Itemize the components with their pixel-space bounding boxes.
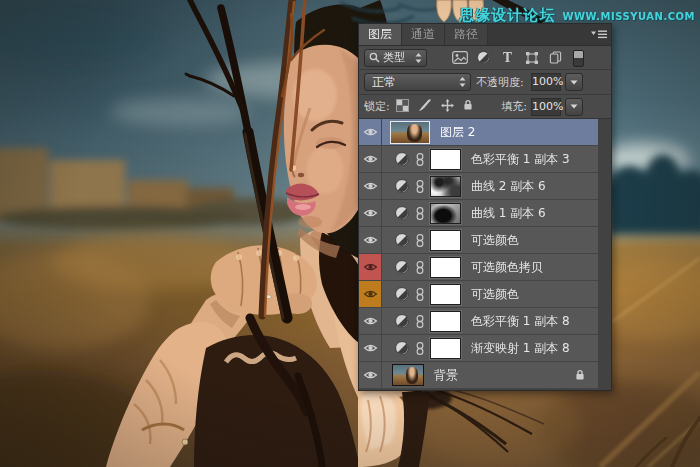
visibility-toggle[interactable]	[359, 200, 382, 226]
half-circle-icon	[477, 51, 490, 64]
text-T-icon: T	[503, 51, 512, 65]
visibility-toggle[interactable]	[359, 281, 382, 307]
filter-shape-layers-button[interactable]	[523, 49, 540, 66]
opacity-label: 不透明度:	[476, 75, 524, 90]
lock-position-button[interactable]	[441, 99, 454, 115]
layers-panel: 图层 通道 路径 类型 T 正常	[358, 23, 612, 391]
visibility-toggle[interactable]	[359, 308, 382, 334]
mask-link-icon	[416, 153, 424, 166]
filter-adjustment-layers-button[interactable]	[475, 49, 492, 66]
layer-row-curves-2-copy-6[interactable]: 曲线 2 副本 6	[359, 173, 598, 200]
image-icon	[452, 51, 468, 64]
tab-paths[interactable]: 路径	[445, 24, 488, 45]
layer-row-color-balance-1-copy-3[interactable]: 色彩平衡 1 副本 3	[359, 146, 598, 173]
visibility-toggle[interactable]	[359, 227, 382, 253]
filter-pixel-layers-button[interactable]	[451, 49, 468, 66]
filter-toggle-switch[interactable]	[573, 50, 584, 67]
lock-all-button[interactable]	[463, 99, 473, 114]
filter-type-layers-button[interactable]: T	[499, 49, 516, 66]
shape-icon	[525, 51, 539, 65]
layer-name: 渐变映射 1 副本 8	[471, 340, 570, 357]
adjustment-layer-icon[interactable]	[395, 341, 409, 355]
layer-mask-thumbnail[interactable]	[430, 230, 461, 251]
move-arrows-icon	[441, 99, 454, 112]
eye-icon	[363, 154, 378, 164]
lock-icon	[463, 99, 473, 111]
layer-row-selective-color[interactable]: 可选颜色	[359, 227, 598, 254]
layer-thumbnail[interactable]	[392, 364, 424, 386]
adjustment-layer-icon[interactable]	[395, 287, 409, 301]
lock-transparent-pixels-button[interactable]	[396, 99, 409, 115]
fill-value[interactable]: 100%	[531, 98, 561, 116]
layer-row-color-balance-1-copy-8[interactable]: 色彩平衡 1 副本 8	[359, 308, 598, 335]
background-lock-badge	[575, 369, 585, 381]
adjustment-layer-icon[interactable]	[395, 206, 409, 220]
adjustment-layer-icon[interactable]	[395, 314, 409, 328]
eye-icon	[363, 343, 378, 353]
mask-link-icon	[416, 234, 424, 247]
adjustment-layer-icon[interactable]	[395, 260, 409, 274]
eye-icon	[363, 262, 378, 272]
updown-arrows-icon	[415, 53, 422, 63]
eye-icon	[363, 235, 378, 245]
panel-tabbar: 图层 通道 路径	[359, 24, 611, 46]
lock-label: 锁定:	[364, 99, 390, 114]
layer-row-gradient-map-1-copy-8[interactable]: 渐变映射 1 副本 8	[359, 335, 598, 362]
adjustment-layer-icon[interactable]	[395, 152, 409, 166]
layer-mask-thumbnail[interactable]	[430, 311, 461, 332]
visibility-toggle[interactable]	[359, 254, 382, 280]
layer-row-selective-color-2[interactable]: 可选颜色	[359, 281, 598, 308]
opacity-value[interactable]: 100%	[531, 73, 561, 91]
visibility-toggle[interactable]	[359, 119, 382, 145]
layer-mask-thumbnail[interactable]	[430, 338, 461, 359]
layer-mask-thumbnail[interactable]	[430, 284, 461, 305]
visibility-toggle[interactable]	[359, 173, 382, 199]
layer-name: 可选颜色拷贝	[471, 259, 543, 276]
layer-name: 图层 2	[440, 124, 475, 141]
eye-icon	[363, 208, 378, 218]
lock-image-pixels-button[interactable]	[418, 98, 432, 115]
visibility-toggle[interactable]	[359, 362, 382, 388]
layer-mask-thumbnail[interactable]	[430, 203, 461, 224]
layer-mask-thumbnail[interactable]	[430, 257, 461, 278]
panel-menu-button[interactable]	[587, 24, 611, 45]
eye-icon	[363, 316, 378, 326]
layer-mask-thumbnail[interactable]	[430, 176, 461, 197]
filter-kind-select[interactable]: 类型	[364, 49, 427, 67]
layer-name: 色彩平衡 1 副本 8	[471, 313, 570, 330]
filter-smart-objects-button[interactable]	[547, 49, 564, 66]
layer-row-background[interactable]: 背景	[359, 362, 598, 389]
opacity-dropdown-button[interactable]	[565, 73, 583, 91]
panel-menu-icon	[591, 30, 607, 39]
watermark-site-name: 思缘设计论坛	[460, 6, 556, 25]
layer-row-curves-1-copy-6[interactable]: 曲线 1 副本 6	[359, 200, 598, 227]
eye-icon	[363, 370, 378, 380]
page-copy-icon	[549, 51, 562, 64]
filter-kind-label: 类型	[383, 50, 412, 65]
tab-layers[interactable]: 图层	[359, 24, 402, 45]
layer-row-selective-color-copy[interactable]: 可选颜色拷贝	[359, 254, 598, 281]
tab-channels[interactable]: 通道	[402, 24, 445, 45]
blend-mode-value: 正常	[369, 74, 456, 91]
lock-buttons	[396, 98, 473, 115]
filter-type-buttons: T	[451, 49, 564, 66]
layer-thumbnail[interactable]	[390, 121, 430, 144]
brush-icon	[418, 98, 432, 112]
visibility-toggle[interactable]	[359, 146, 382, 172]
adjustment-layer-icon[interactable]	[395, 179, 409, 193]
mask-link-icon	[416, 261, 424, 274]
eye-icon	[363, 127, 378, 137]
blend-mode-select[interactable]: 正常	[364, 73, 471, 91]
layer-list: 图层 2 色彩平衡 1 副本 3 曲线 2 副本 6	[359, 119, 598, 389]
visibility-toggle[interactable]	[359, 335, 382, 361]
eye-icon	[363, 289, 378, 299]
mask-link-icon	[416, 342, 424, 355]
layer-name: 可选颜色	[471, 286, 519, 303]
chevron-down-icon	[570, 80, 578, 85]
layer-name: 曲线 1 副本 6	[471, 205, 546, 222]
lock-icon	[575, 369, 585, 381]
layer-mask-thumbnail[interactable]	[430, 149, 461, 170]
adjustment-layer-icon[interactable]	[395, 233, 409, 247]
layer-row-layer2[interactable]: 图层 2	[359, 119, 598, 146]
fill-dropdown-button[interactable]	[565, 98, 583, 116]
